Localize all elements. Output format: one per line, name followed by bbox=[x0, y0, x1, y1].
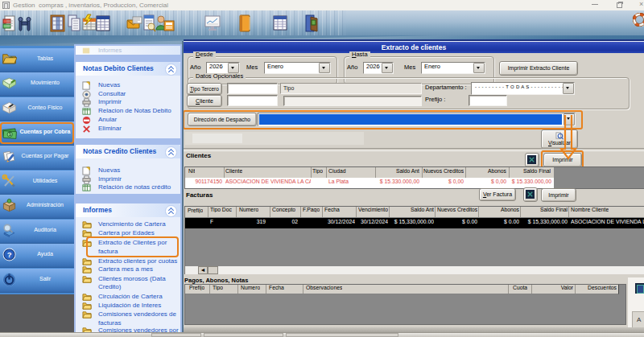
svg-text:?: ? bbox=[7, 250, 12, 259]
